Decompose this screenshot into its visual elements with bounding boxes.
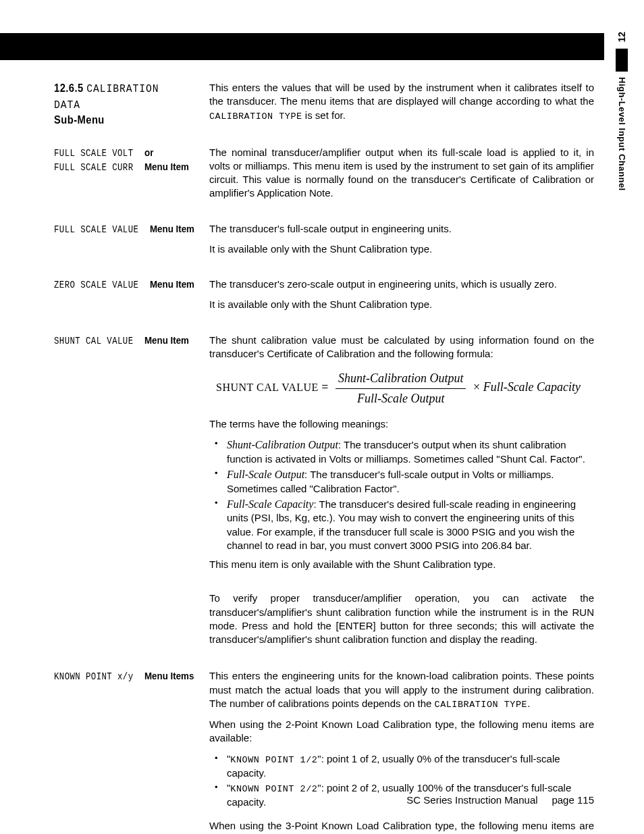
chapter-title: High-Level Input Channel [616, 77, 628, 191]
list-item: Full-Scale Capacity: The transducer's de… [209, 497, 594, 552]
body-text: When using the 3-Point Known Load Calibr… [209, 819, 594, 835]
side-tab: 12 High-Level Input Channel [614, 32, 629, 194]
section: 12.6.5 CALIBRATION DATASub-MenuThis ente… [54, 81, 594, 130]
section-label: FULL SCALE VOLT orFULL SCALE CURR Menu I… [54, 146, 209, 207]
body-text: The shunt calibration value must be calc… [209, 334, 594, 361]
menu-item-label: FULL SCALE CURR Menu Item [54, 160, 203, 174]
body-text: The nominal transducer/amplifier output … [209, 146, 594, 201]
section: KNOWN POINT x/y Menu ItemsThis enters th… [54, 669, 594, 834]
section-body: The transducer's full-scale output in en… [209, 222, 594, 263]
side-tab-block [616, 49, 628, 72]
page-number: page 115 [552, 794, 594, 806]
section: FULL SCALE VOLT orFULL SCALE CURR Menu I… [54, 146, 594, 207]
menu-item-label: ZERO SCALE VALUE Menu Item [54, 278, 203, 292]
chapter-number: 12 [616, 32, 628, 43]
section-body: The nominal transducer/amplifier output … [209, 146, 594, 207]
list-item: Shunt-Calibration Output: The transducer… [209, 438, 594, 466]
header-black-bar [0, 33, 604, 60]
body-text: This enters the values that will be used… [209, 81, 594, 123]
section: FULL SCALE VALUE Menu ItemThe transducer… [54, 222, 594, 263]
section-body: This enters the engineering units for th… [209, 669, 594, 834]
section-heading: 12.6.5 CALIBRATION DATASub-Menu [54, 81, 190, 128]
section-body: This enters the values that will be used… [209, 81, 594, 130]
section: SHUNT CAL VALUE Menu ItemThe shunt calib… [54, 334, 594, 654]
menu-item-label: FULL SCALE VALUE Menu Item [54, 222, 203, 236]
body-text: The transducer's zero-scale output in en… [209, 278, 594, 291]
menu-item-label: FULL SCALE VOLT or [54, 146, 203, 160]
menu-item-label: SHUNT CAL VALUE Menu Item [54, 334, 203, 348]
section-label: SHUNT CAL VALUE Menu Item [54, 334, 209, 654]
body-text: This menu item is only available with th… [209, 558, 594, 571]
section-label: ZERO SCALE VALUE Menu Item [54, 278, 209, 319]
menu-item-label: KNOWN POINT x/y Menu Items [54, 669, 203, 683]
section-label: KNOWN POINT x/y Menu Items [54, 669, 209, 834]
section-body: The transducer's zero-scale output in en… [209, 278, 594, 319]
body-text: The terms have the following meanings: [209, 417, 594, 431]
manual-title: SC Series Instruction Manual [406, 794, 537, 806]
body-text: This enters the engineering units for th… [209, 669, 594, 711]
section-label: 12.6.5 CALIBRATION DATASub-Menu [54, 81, 209, 130]
section: ZERO SCALE VALUE Menu ItemThe transducer… [54, 278, 594, 319]
list-item: Full-Scale Output: The transducer's full… [209, 467, 594, 496]
bullet-list: Shunt-Calibration Output: The transducer… [209, 438, 594, 552]
section-label: FULL SCALE VALUE Menu Item [54, 222, 209, 263]
list-item: "KNOWN POINT 1/2": point 1 of 2, usually… [209, 752, 594, 780]
body-text: When using the 2-Point Known Load Calibr… [209, 718, 594, 746]
page-footer: SC Series Instruction Manual page 115 [0, 793, 594, 807]
formula: SHUNT CAL VALUE = Shunt-Calibration Outp… [216, 370, 594, 407]
body-text: It is available only with the Shunt Cali… [209, 298, 594, 311]
body-text: The transducer's full-scale output in en… [209, 222, 594, 236]
body-text: To verify proper transducer/amplifier op… [209, 592, 594, 646]
body-text: It is available only with the Shunt Cali… [209, 242, 594, 256]
section-body: The shunt calibration value must be calc… [209, 334, 594, 654]
page-content: 12.6.5 CALIBRATION DATASub-MenuThis ente… [54, 81, 594, 834]
